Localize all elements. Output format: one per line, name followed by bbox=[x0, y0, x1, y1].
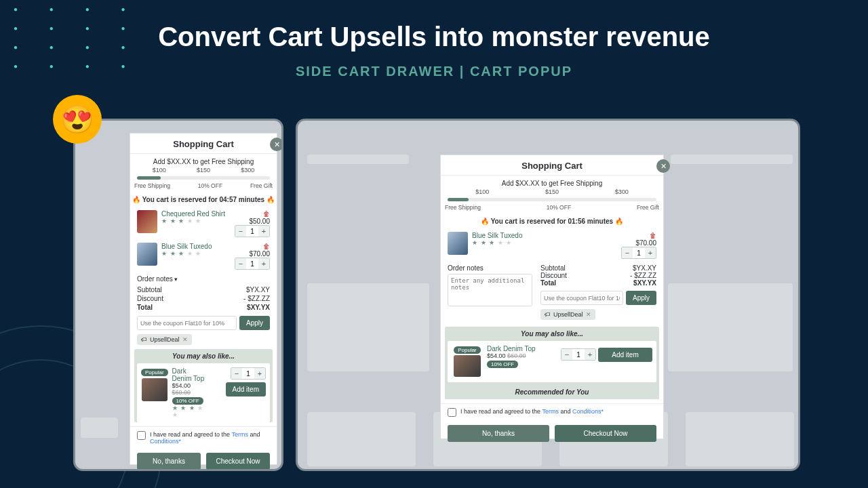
cart-popup-frame: ✕ Shopping Cart Add $XX.XX to get Free S… bbox=[296, 119, 800, 471]
checkout-button[interactable]: Checkout Now bbox=[555, 425, 656, 442]
shipping-promo: Add $XX.XX to get Free Shipping bbox=[130, 154, 277, 167]
discount-label: Discount bbox=[137, 295, 163, 302]
remove-tag-icon[interactable]: ✕ bbox=[182, 336, 188, 343]
agree-checkbox[interactable] bbox=[448, 408, 456, 417]
subtotal-label: Subtotal bbox=[137, 286, 162, 293]
qty-plus[interactable]: + bbox=[254, 368, 265, 379]
total-label: Total bbox=[137, 304, 153, 311]
remove-tag-icon[interactable]: ✕ bbox=[586, 311, 591, 318]
cart-drawer: ✕ Shopping Cart Add $XX.XX to get Free S… bbox=[130, 133, 277, 465]
conditions-link[interactable]: Conditions* bbox=[150, 438, 181, 445]
quantity-stepper[interactable]: − + bbox=[235, 225, 270, 237]
no-thanks-button[interactable]: No, thanks bbox=[137, 453, 201, 470]
cart-title: Shopping Cart bbox=[441, 155, 663, 176]
heart-eyes-emoji-icon: 😍 bbox=[53, 95, 102, 144]
qty-plus[interactable]: + bbox=[258, 226, 269, 237]
discount-badge: 10% OFF bbox=[172, 397, 203, 405]
order-notes-label: Order notes bbox=[448, 264, 532, 274]
apply-button[interactable]: Apply bbox=[239, 316, 270, 330]
recommended-heading: Recommended for You bbox=[445, 385, 659, 399]
qty-plus[interactable]: + bbox=[258, 258, 269, 269]
product-thumb bbox=[137, 210, 157, 233]
applied-coupon-tag: 🏷 UpsellDeal ✕ bbox=[137, 334, 192, 345]
add-item-button[interactable]: Add item bbox=[226, 382, 266, 396]
product-price: $70.00 bbox=[235, 250, 270, 258]
qty-minus[interactable]: − bbox=[231, 368, 242, 379]
qty-input[interactable] bbox=[246, 258, 258, 269]
tier-amounts: $100$150$300 bbox=[130, 167, 277, 174]
page-title: Convert Cart Upsells into monster revenu… bbox=[0, 22, 868, 52]
upsell-block: You may also like... Popular Dark Denim … bbox=[134, 349, 273, 422]
terms-link[interactable]: Terms bbox=[231, 431, 248, 438]
cart-popup: ✕ Shopping Cart Add $XX.XX to get Free S… bbox=[440, 155, 664, 439]
cart-item: Blue Silk Tuxedo ★ ★ ★ ★ ★ 🗑 $70.00 − + bbox=[130, 240, 277, 272]
upsell-name[interactable]: Dark Denim Top bbox=[172, 367, 207, 382]
checkout-button[interactable]: Checkout Now bbox=[206, 453, 270, 470]
total-value: $XY.YX bbox=[247, 304, 270, 311]
quantity-stepper[interactable]: − + bbox=[235, 258, 270, 270]
qty-minus[interactable]: − bbox=[235, 258, 246, 269]
coupon-input[interactable] bbox=[137, 316, 237, 330]
rating-stars: ★ ★ ★ ★ ★ bbox=[172, 405, 207, 418]
qty-input[interactable] bbox=[246, 226, 258, 237]
terms-link[interactable]: Terms bbox=[542, 408, 559, 415]
agree-checkbox[interactable] bbox=[137, 431, 146, 440]
quantity-stepper[interactable]: −+ bbox=[231, 367, 266, 380]
quantity-stepper[interactable]: −+ bbox=[561, 348, 596, 361]
order-notes-input[interactable] bbox=[448, 274, 532, 306]
trash-icon[interactable]: 🗑 bbox=[235, 210, 270, 218]
product-name[interactable]: Chequered Red Shirt bbox=[161, 210, 225, 218]
close-icon[interactable]: ✕ bbox=[656, 159, 670, 173]
upsell-block: You may also like... Popular Dark Denim … bbox=[445, 327, 659, 399]
cart-item: Chequered Red Shirt ★ ★ ★ ★ ★ 🗑 $50.00 −… bbox=[130, 207, 277, 240]
shipping-promo: Add $XX.XX to get Free Shipping bbox=[441, 176, 663, 188]
close-icon[interactable]: ✕ bbox=[270, 138, 283, 151]
trash-icon[interactable]: 🗑 bbox=[621, 232, 656, 239]
product-name[interactable]: Blue Silk Tuxedo bbox=[472, 232, 523, 239]
upsell-heading: You may also like... bbox=[134, 349, 273, 363]
subtotal-value: $YX.XY bbox=[246, 286, 270, 293]
product-name[interactable]: Blue Silk Tuxedo bbox=[161, 243, 212, 250]
page-subtitle: SIDE CART DRAWER | CART POPUP bbox=[0, 64, 868, 79]
popular-badge: Popular bbox=[141, 369, 168, 376]
product-thumb bbox=[142, 378, 167, 401]
rating-stars: ★ ★ ★ ★ ★ bbox=[161, 218, 225, 224]
no-thanks-button[interactable]: No, thanks bbox=[448, 425, 549, 442]
trash-icon[interactable]: 🗑 bbox=[235, 243, 270, 250]
conditions-link[interactable]: Conditions* bbox=[572, 408, 604, 415]
reserve-timer: 🔥 You cart is reserved for 01:56 minutes… bbox=[441, 215, 663, 229]
add-item-button[interactable]: Add item bbox=[598, 348, 652, 362]
progress-bar bbox=[448, 198, 656, 201]
cart-item: Blue Silk Tuxedo ★ ★ ★ ★ ★ 🗑 $70.00 −+ bbox=[441, 229, 663, 262]
coupon-input[interactable] bbox=[540, 291, 623, 305]
progress-bar bbox=[137, 176, 270, 180]
product-thumb bbox=[137, 243, 157, 266]
product-thumb bbox=[448, 232, 468, 255]
qty-input[interactable] bbox=[242, 368, 254, 379]
qty-minus[interactable]: − bbox=[235, 226, 246, 237]
discount-value: - $ZZ.ZZ bbox=[243, 295, 270, 302]
product-price: $50.00 bbox=[235, 218, 270, 225]
terms-agree: I have read and agreed to the Terms and … bbox=[130, 426, 277, 449]
applied-coupon-tag: 🏷 UpsellDeal ✕ bbox=[540, 309, 595, 320]
side-cart-frame: ✕ Shopping Cart Add $XX.XX to get Free S… bbox=[73, 119, 283, 471]
apply-button[interactable]: Apply bbox=[626, 291, 656, 305]
cart-title: Shopping Cart bbox=[130, 134, 277, 154]
quantity-stepper[interactable]: −+ bbox=[621, 247, 656, 259]
tier-labels: Free Shipping10% OFFFree Gift bbox=[130, 182, 277, 193]
reserve-timer: 🔥 You cart is reserved for 04:57 minutes… bbox=[130, 193, 277, 207]
rating-stars: ★ ★ ★ ★ ★ bbox=[161, 250, 212, 257]
order-notes-toggle[interactable]: Order notes bbox=[130, 272, 277, 285]
